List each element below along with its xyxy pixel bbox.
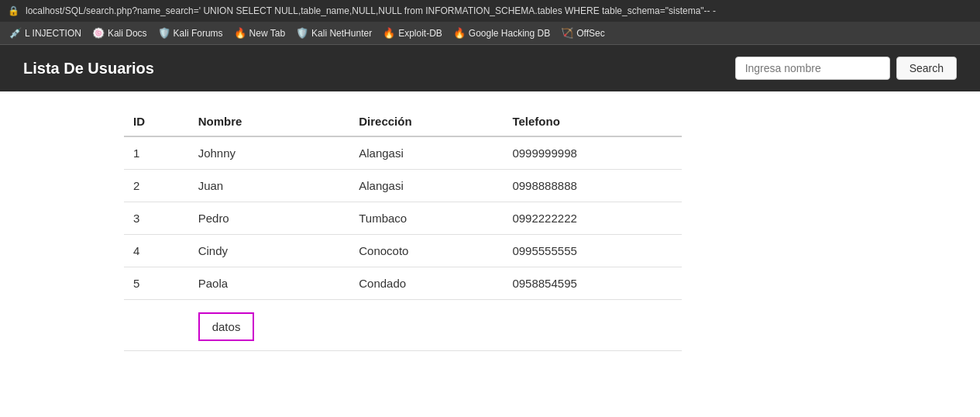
bookmark-google-hacking-db-icon: 🔥 [453,27,466,39]
cell-id: 5 [124,267,189,300]
page-title: Lista De Usuarios [23,60,154,78]
browser-bar: 🔒 localhost/SQL/search.php?name_search='… [0,0,980,22]
table-row: 3 Pedro Tumbaco 0992222222 [124,202,682,235]
bookmark-exploit-db[interactable]: 🔥 Exploit-DB [380,26,445,40]
bookmark-kali-forums[interactable]: 🛡️ Kali Forums [155,26,226,40]
search-button[interactable]: Search [896,57,957,80]
cell-id: 3 [124,202,189,235]
cell-nombre: Pedro [189,202,350,235]
bookmark-google-hacking-db-label: Google Hacking DB [469,28,550,39]
bookmark-offsec[interactable]: 🏹 OffSec [558,26,607,40]
bookmark-google-hacking-db[interactable]: 🔥 Google Hacking DB [450,26,553,40]
bookmark-exploit-db-icon: 🔥 [383,27,395,39]
bookmark-kali-forums-icon: 🛡️ [158,27,170,39]
search-form: Search [735,57,957,80]
bookmark-sql-injection-icon: 💉 [9,27,22,39]
datos-cell: datos [189,300,350,351]
col-id: ID [124,107,189,136]
bookmark-sql-injection-label: L INJECTION [25,28,81,39]
table-row: 2 Juan Alangasi 0998888888 [124,170,682,202]
cell-id: 4 [124,235,189,267]
bookmark-kali-nethunter[interactable]: 🛡️ Kali NetHunter [293,26,375,40]
search-input[interactable] [735,57,890,80]
cell-telefono: 0999999998 [503,136,682,170]
bookmark-kali-nethunter-icon: 🛡️ [296,27,308,39]
table-row: 5 Paola Condado 0958854595 [124,267,682,300]
cell-direccion: Condado [349,267,503,300]
navbar: Lista De Usuarios Search [0,45,980,91]
col-telefono: Telefono [503,107,682,136]
table-row: 1 Johnny Alangasi 0999999998 [124,136,682,170]
datos-empty-tel [503,300,682,351]
bookmark-offsec-icon: 🏹 [561,27,573,39]
cell-telefono: 0995555555 [503,235,682,267]
table-header-row: ID Nombre Dirección Telefono [124,107,682,136]
bookmark-new-tab[interactable]: 🔥 New Tab [231,26,288,40]
bookmark-kali-forums-label: Kali Forums [174,28,223,39]
col-direccion: Dirección [349,107,503,136]
users-table: ID Nombre Dirección Telefono 1 Johnny Al… [124,107,682,351]
bookmark-kali-docs-label: Kali Docs [108,28,147,39]
bookmarks-bar: 💉 L INJECTION 🍥 Kali Docs 🛡️ Kali Forums… [0,22,980,45]
cell-telefono: 0958854595 [503,267,682,300]
cell-telefono: 0998888888 [503,170,682,202]
bookmark-offsec-label: OffSec [576,28,604,39]
bookmark-exploit-db-label: Exploit-DB [398,28,442,39]
main-content: ID Nombre Dirección Telefono 1 Johnny Al… [0,91,980,367]
cell-direccion: Conocoto [349,235,503,267]
cell-nombre: Paola [189,267,350,300]
cell-nombre: Cindy [189,235,350,267]
table-row: 4 Cindy Conocoto 0995555555 [124,235,682,267]
bookmark-new-tab-icon: 🔥 [234,27,246,39]
col-nombre: Nombre [189,107,350,136]
bookmark-kali-docs[interactable]: 🍥 Kali Docs [89,26,150,40]
lock-icon: 🔒 [8,5,19,16]
cell-nombre: Johnny [189,136,350,170]
cell-nombre: Juan [189,170,350,202]
cell-telefono: 0992222222 [503,202,682,235]
bookmark-kali-docs-icon: 🍥 [92,27,105,39]
cell-direccion: Alangasi [349,170,503,202]
cell-direccion: Tumbaco [349,202,503,235]
browser-url: localhost/SQL/search.php?name_search=' U… [26,5,972,16]
datos-row: datos [124,300,682,351]
bookmark-kali-nethunter-label: Kali NetHunter [311,28,372,39]
bookmark-sql-injection[interactable]: 💉 L INJECTION [6,26,84,40]
cell-id: 2 [124,170,189,202]
cell-direccion: Alangasi [349,136,503,170]
datos-empty-id [124,300,189,351]
datos-empty-dir [349,300,503,351]
bookmark-new-tab-label: New Tab [249,28,285,39]
cell-id: 1 [124,136,189,170]
